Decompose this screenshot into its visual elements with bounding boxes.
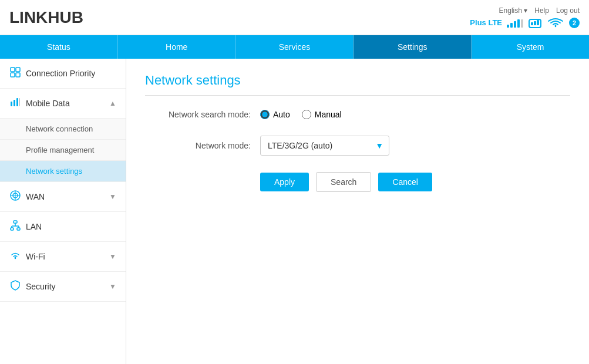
cancel-button[interactable]: Cancel	[378, 173, 432, 191]
help-link[interactable]: Help	[534, 6, 549, 15]
form-buttons: Apply Search Cancel	[260, 172, 570, 192]
sidebar-item-connection-priority[interactable]: Connection Priority	[0, 59, 126, 89]
network-mode-label: Network mode:	[145, 141, 251, 150]
search-mode-row: Network search mode: Auto Manual	[145, 110, 570, 119]
wifi-sidebar-icon	[9, 250, 21, 263]
sidebar-item-mobile-data[interactable]: Mobile Data ▲	[0, 89, 126, 119]
main-nav: Status Home Services Settings System	[0, 35, 589, 59]
sidebar-item-profile-management[interactable]: Profile management	[0, 140, 126, 161]
lan-icon	[9, 220, 21, 233]
svg-rect-4	[11, 68, 15, 72]
security-icon	[9, 280, 21, 293]
sidebar-item-network-settings[interactable]: Network settings	[0, 161, 126, 182]
connection-priority-icon	[9, 67, 21, 80]
nav-settings[interactable]: Settings	[354, 35, 472, 59]
svg-rect-5	[16, 68, 20, 72]
header-right: English ▾ Help Log out Plus LTE	[470, 6, 580, 29]
search-button[interactable]: Search	[316, 172, 371, 192]
radio-auto[interactable]	[260, 110, 270, 119]
sidebar-label-lan: LAN	[26, 222, 42, 231]
apply-button[interactable]: Apply	[260, 173, 309, 191]
search-mode-radio-group: Auto Manual	[260, 110, 342, 119]
header: LINKHUB English ▾ Help Log out Plus LTE	[0, 0, 589, 35]
sidebar-label-wifi: Wi-Fi	[26, 252, 45, 261]
logo[interactable]: LINKHUB	[9, 8, 83, 27]
svg-rect-18	[17, 228, 20, 230]
svg-rect-10	[16, 98, 18, 106]
search-mode-label: Network search mode:	[145, 110, 251, 119]
svg-rect-3	[537, 20, 539, 25]
network-mode-select[interactable]: LTE/3G/2G (auto) LTE only 3G only 2G onl…	[260, 136, 389, 156]
svg-rect-11	[19, 98, 20, 106]
language-link[interactable]: English ▾	[499, 6, 528, 15]
svg-rect-16	[14, 221, 17, 223]
wifi-count-badge: 2	[569, 18, 580, 28]
network-settings-form: Network search mode: Auto Manual Network…	[145, 110, 570, 192]
header-top-links: English ▾ Help Log out	[499, 6, 580, 15]
sidebar: Connection Priority Mobile Data ▲ Networ…	[0, 59, 126, 364]
radio-manual[interactable]	[302, 110, 311, 119]
svg-rect-1	[531, 22, 533, 25]
sidebar-label-connection-priority: Connection Priority	[26, 69, 95, 78]
sidebar-item-wan[interactable]: WAN ▼	[0, 182, 126, 212]
svg-rect-7	[16, 73, 20, 77]
nav-services[interactable]: Services	[236, 35, 354, 59]
wan-icon	[9, 190, 21, 203]
wan-chevron: ▼	[109, 193, 116, 201]
sidebar-label-mobile-data: Mobile Data	[26, 99, 70, 108]
sidebar-label-wan: WAN	[26, 192, 45, 201]
header-status: Plus LTE 2	[470, 17, 580, 29]
svg-rect-9	[14, 100, 15, 106]
nav-status[interactable]: Status	[0, 35, 118, 59]
sidebar-item-lan[interactable]: LAN	[0, 212, 126, 242]
radio-auto-label: Auto	[273, 110, 290, 119]
lte-icon	[528, 17, 542, 29]
layout: Connection Priority Mobile Data ▲ Networ…	[0, 59, 589, 364]
radio-manual-label: Manual	[315, 110, 342, 119]
svg-rect-6	[11, 73, 15, 77]
svg-rect-2	[534, 21, 536, 25]
sidebar-label-security: Security	[26, 282, 56, 291]
logo-link: LINK	[9, 8, 48, 26]
sidebar-sub-mobile-data: Network connection Profile management Ne…	[0, 119, 126, 182]
sidebar-item-wifi[interactable]: Wi-Fi ▼	[0, 242, 126, 272]
sidebar-item-security[interactable]: Security ▼	[0, 272, 126, 302]
page-title: Network settings	[145, 73, 570, 96]
network-mode-select-wrapper: LTE/3G/2G (auto) LTE only 3G only 2G onl…	[260, 136, 389, 156]
sidebar-item-network-connection[interactable]: Network connection	[0, 119, 126, 140]
radio-auto-option[interactable]: Auto	[260, 110, 290, 119]
nav-home[interactable]: Home	[118, 35, 236, 59]
radio-manual-option[interactable]: Manual	[302, 110, 342, 119]
nav-system[interactable]: System	[472, 35, 589, 59]
svg-rect-17	[11, 228, 14, 230]
mobile-data-chevron: ▲	[109, 99, 116, 107]
wifi-chevron: ▼	[109, 252, 116, 261]
signal-bars-icon	[507, 18, 523, 28]
network-mode-row: Network mode: LTE/3G/2G (auto) LTE only …	[145, 136, 570, 156]
main-content: Network settings Network search mode: Au…	[126, 59, 589, 364]
wifi-icon	[547, 17, 564, 29]
status-label: Plus LTE	[470, 18, 502, 27]
mobile-data-icon	[9, 97, 21, 110]
security-chevron: ▼	[109, 282, 116, 291]
logout-link[interactable]: Log out	[556, 6, 580, 15]
logo-hub: HUB	[48, 8, 83, 26]
svg-rect-8	[11, 102, 12, 106]
